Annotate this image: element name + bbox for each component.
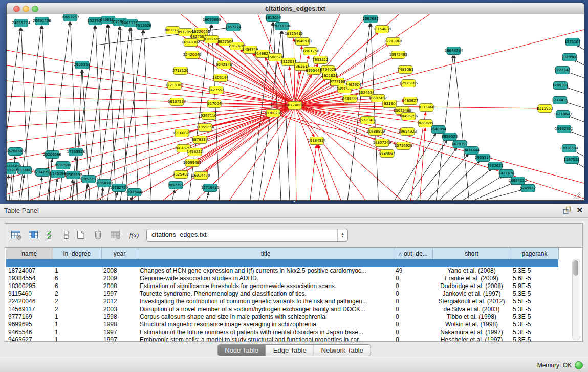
graph-node-hub[interactable]: 18724007: [286, 102, 304, 110]
graph-node[interactable]: 1209387: [552, 82, 568, 90]
vertical-scrollbar[interactable]: [572, 259, 580, 340]
table-cell[interactable]: 0: [394, 336, 432, 341]
table-cell[interactable]: 1: [53, 321, 101, 329]
table-cell[interactable]: Wolkin et al. (1998): [432, 321, 511, 329]
graph-node[interactable]: 12213967: [384, 38, 403, 46]
graph-node[interactable]: 1575107: [564, 38, 580, 46]
table-cell[interactable]: 2009: [101, 275, 138, 282]
graph-node[interactable]: 16914479: [192, 172, 210, 180]
table-cell[interactable]: 9777169: [6, 313, 53, 321]
table-row[interactable]: 1456911722003Disruption of a novel membe…: [6, 305, 558, 313]
column-header-year[interactable]: year: [101, 248, 138, 260]
table-row[interactable]: 977716911998Corpus callosum shape and si…: [6, 313, 558, 321]
table-cell[interactable]: Tibbo et al. (1998): [432, 313, 511, 321]
graph-node[interactable]: 2803144: [212, 74, 229, 82]
graph-node[interactable]: 9329966: [561, 54, 578, 61]
table-cell[interactable]: 1: [53, 267, 101, 275]
graph-node[interactable]: 18300295: [264, 110, 282, 117]
graph-node[interactable]: 2087682: [363, 15, 379, 23]
select-attributes-icon[interactable]: [44, 228, 57, 242]
table-cell[interactable]: 6: [53, 275, 101, 282]
table-cell[interactable]: 19384554: [6, 275, 53, 282]
graph-node[interactable]: 9699695: [418, 120, 433, 127]
graph-node[interactable]: 2718120: [172, 67, 188, 75]
table-cell[interactable]: 5.3E-5: [511, 313, 558, 321]
graph-node[interactable]: 16033809: [203, 16, 221, 24]
table-cell[interactable]: 1998: [101, 313, 138, 321]
table-cell[interactable]: Embryonic stem cells: a model to study s…: [138, 336, 394, 341]
graph-node[interactable]: 20206536: [43, 151, 61, 159]
graph-node[interactable]: 16210643: [554, 111, 572, 118]
table-row[interactable]: 2242004622012Investigating the contribut…: [6, 298, 558, 305]
graph-node[interactable]: 2905334: [74, 61, 91, 69]
tab-node-table[interactable]: Node Table: [217, 345, 266, 356]
graph-node[interactable]: 16543382: [182, 39, 200, 47]
graph-node[interactable]: 7515526: [136, 22, 152, 30]
float-window-icon[interactable]: [562, 206, 571, 214]
table-cell[interactable]: Yano et al. (2008): [432, 267, 511, 275]
table-cell[interactable]: Stergiakouli et al. (2012): [432, 298, 511, 305]
graph-node[interactable]: 11355554: [196, 124, 214, 132]
graph-node[interactable]: 18107554: [168, 98, 186, 106]
table-cell[interactable]: 2: [53, 290, 101, 298]
table-cell[interactable]: 0: [394, 305, 432, 313]
table-cell[interactable]: 9115460: [6, 290, 53, 298]
graph-node[interactable]: 10688809: [366, 128, 385, 136]
graph-node[interactable]: 10756928: [395, 142, 413, 150]
table-cell[interactable]: 9463627: [6, 336, 53, 341]
graph-node[interactable]: 10973493: [389, 51, 408, 59]
table-cell[interactable]: 0: [394, 290, 432, 298]
split-pane-handle[interactable]: ▲: [292, 200, 297, 203]
memory-ok-indicator[interactable]: [575, 361, 583, 369]
graph-node[interactable]: 16648784: [445, 47, 463, 55]
table-cell[interactable]: Dudbridge et al. (2008): [432, 282, 511, 290]
graph-node[interactable]: 1640954: [430, 126, 447, 134]
table-cell[interactable]: 9699695: [6, 321, 53, 329]
graph-node[interactable]: 20691406: [33, 17, 51, 25]
table-selector-dropdown[interactable]: citations_edges.txt ▲▼: [146, 229, 348, 242]
table-cell[interactable]: 18300295: [6, 282, 53, 290]
table-cell[interactable]: 2008: [101, 267, 138, 275]
graph-node[interactable]: 12342757: [33, 169, 52, 177]
graph-node[interactable]: 10653257: [61, 14, 79, 21]
table-cell[interactable]: Structural magnetic resonance image aver…: [138, 321, 394, 329]
graph-node[interactable]: 1167533: [563, 156, 579, 164]
graph-node[interactable]: 12213389: [165, 82, 184, 90]
highlight-column-icon[interactable]: [27, 228, 40, 242]
graph-node[interactable]: 1244415: [552, 97, 568, 104]
function-builder-icon[interactable]: f(x): [127, 228, 140, 242]
graph-node[interactable]: 2436444: [342, 95, 359, 103]
graph-node[interactable]: 9267110: [201, 112, 216, 120]
table-cell[interactable]: 2003: [101, 305, 138, 313]
graph-node[interactable]: 18325419: [285, 30, 303, 38]
row-height-icon[interactable]: [59, 228, 73, 242]
graph-node[interactable]: 9227342: [554, 67, 570, 74]
table-cell[interactable]: 1: [53, 329, 101, 336]
table-cell[interactable]: de Silva et al. (2003): [432, 305, 511, 313]
graph-node[interactable]: 16961758: [301, 48, 319, 55]
table-row[interactable]: 969969511998Structural magnetic resonanc…: [6, 321, 558, 329]
graph-node[interactable]: 24055724: [12, 19, 30, 27]
graph-node[interactable]: 8878334: [192, 136, 208, 144]
table-row[interactable]: 1830029562008Estimation of significance …: [6, 282, 558, 290]
graph-node[interactable]: 11156869: [15, 167, 34, 174]
table-cell[interactable]: 5.9E-5: [511, 282, 558, 290]
graph-node[interactable]: 8990448: [306, 67, 321, 75]
graph-node[interactable]: 7485063: [398, 66, 413, 74]
table-cell[interactable]: 49: [394, 267, 432, 275]
table-cell[interactable]: 5.6E-5: [511, 275, 558, 282]
table-cell[interactable]: Investigating the contribution of common…: [138, 298, 394, 305]
table-row[interactable]: 911546021997Tourette syndrome. Phenomeno…: [6, 290, 558, 298]
table-cell[interactable]: 0: [394, 298, 432, 305]
graph-node[interactable]: 9474444: [464, 147, 480, 155]
table-cell[interactable]: 5.3E-5: [511, 329, 558, 336]
table-cell[interactable]: 0: [394, 282, 432, 290]
graph-node[interactable]: 15716485: [201, 184, 220, 192]
table-cell[interactable]: 1: [53, 313, 101, 321]
graph-node[interactable]: 19218596: [273, 23, 291, 30]
graph-node[interactable]: 9777169: [330, 78, 345, 86]
graph-node[interactable]: 17359928: [67, 148, 85, 156]
table-row[interactable]: 1938455462009Genome-wide association stu…: [6, 275, 558, 282]
table-cell[interactable]: Nakamura et al. (1997): [432, 329, 511, 336]
table-cell[interactable]: Hescheler et al. (1997): [432, 336, 511, 341]
